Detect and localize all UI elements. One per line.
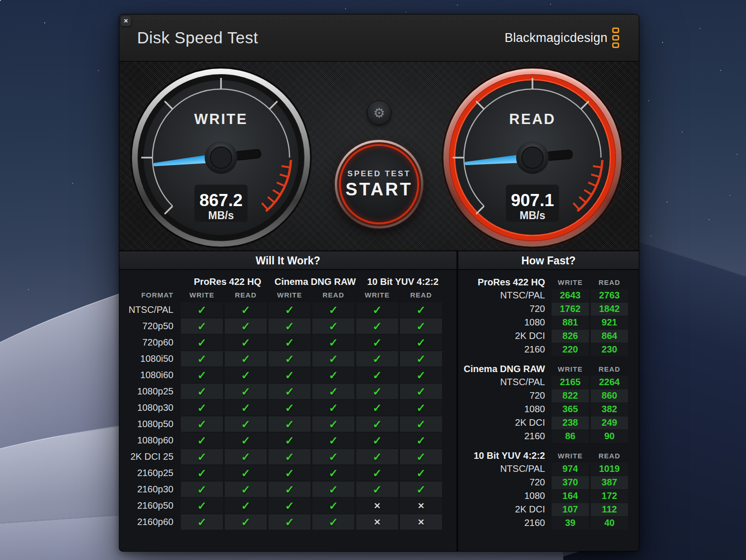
- start-button-subtitle: SPEED TEST: [347, 169, 411, 179]
- how-fast-section: ProRes 422 HQWRITEREADNTSC/PAL2643276372…: [460, 276, 639, 356]
- format-label: 1080: [460, 317, 551, 328]
- gauge-read-unit: MB/s: [520, 209, 546, 221]
- format-label: 1080i50: [123, 353, 180, 364]
- will-it-work-panel: Will It Work? ProRes 422 HQ Cinema DNG R…: [119, 251, 456, 552]
- check-icon: ✓: [416, 434, 426, 447]
- check-icon: ✓: [197, 401, 207, 415]
- start-button[interactable]: SPEED TEST START: [335, 140, 423, 228]
- speed-row: 1080164172: [460, 489, 639, 503]
- result-cell: ✓: [356, 367, 398, 383]
- format-label: 2160: [460, 344, 551, 355]
- check-icon: ✓: [416, 418, 426, 431]
- format-label: 720p60: [123, 337, 180, 348]
- check-icon: ✓: [373, 320, 382, 333]
- speed-row: 2K DCI826864: [460, 329, 639, 343]
- read-speed-value: 2264: [591, 376, 628, 389]
- result-cell: ✓: [312, 482, 354, 497]
- write-speed-value: 238: [552, 416, 589, 429]
- check-icon: ✓: [329, 320, 338, 333]
- app-title: Disk Speed Test: [137, 28, 258, 47]
- format-row: 1080p50✓✓✓✓✓✓: [119, 416, 456, 432]
- format-label: 720p50: [123, 321, 180, 332]
- check-icon: ✓: [241, 401, 250, 415]
- result-cell: ✓: [269, 351, 311, 366]
- check-icon: ✓: [416, 304, 426, 317]
- how-fast-section: 10 Bit YUV 4:2:2WRITEREADNTSC/PAL9741019…: [460, 449, 639, 530]
- check-icon: ✓: [241, 450, 250, 463]
- check-icon: ✓: [373, 353, 382, 366]
- result-cell: ✓: [356, 335, 398, 350]
- format-row: 2160p60✓✓✓✓✕✕: [119, 514, 456, 530]
- gauge-write-label: WRITE: [194, 111, 248, 127]
- result-cell: ✓: [181, 302, 223, 318]
- result-cell: ✓: [400, 318, 442, 334]
- check-icon: ✓: [373, 369, 382, 382]
- check-icon: ✓: [285, 369, 294, 382]
- check-icon: ✓: [329, 369, 338, 382]
- result-cell: ✓: [269, 465, 311, 481]
- gauge-write-unit: MB/s: [208, 209, 234, 221]
- write-speed-value: 2643: [552, 289, 589, 302]
- write-speed-value: 220: [552, 343, 589, 356]
- codec-header: 10 Bit YUV 4:2:2: [460, 450, 551, 461]
- format-label: NTSC/PAL: [460, 377, 551, 387]
- blackmagic-logo-icon: [612, 28, 619, 48]
- result-cell: ✓: [225, 482, 267, 497]
- check-icon: ✓: [329, 418, 338, 431]
- result-cell: ✓: [356, 433, 398, 448]
- check-icon: ✓: [285, 353, 294, 366]
- check-icon: ✓: [329, 401, 338, 415]
- settings-button[interactable]: ⚙: [367, 101, 391, 125]
- read-gauge: READ 907.1 MB/s: [442, 67, 623, 249]
- disk-speed-test-window: ✕ Disk Speed Test Blackmagicdesign: [119, 14, 639, 552]
- write-speed-value: 370: [552, 476, 589, 489]
- check-icon: ✓: [329, 434, 338, 447]
- speed-row: 72017621842: [460, 302, 639, 316]
- check-icon: ✓: [373, 304, 382, 317]
- result-cell: ✓: [181, 433, 223, 448]
- result-cell: ✓: [400, 416, 442, 432]
- format-label: 1080i60: [123, 370, 180, 380]
- check-icon: ✓: [329, 304, 338, 317]
- result-cell: ✕: [400, 498, 442, 513]
- check-icon: ✓: [329, 353, 338, 366]
- result-cell: ✓: [356, 482, 398, 497]
- read-speed-value: 387: [591, 476, 628, 489]
- result-cell: ✓: [181, 351, 223, 366]
- check-icon: ✓: [373, 401, 382, 415]
- check-icon: ✓: [241, 467, 250, 480]
- check-icon: ✓: [197, 418, 207, 431]
- start-button-title: START: [345, 180, 413, 200]
- result-cell: ✓: [356, 416, 398, 432]
- check-icon: ✓: [373, 450, 382, 463]
- format-label: 2160p50: [123, 500, 180, 511]
- how-fast-section: Cinema DNG RAWWRITEREADNTSC/PAL216522647…: [460, 362, 639, 443]
- will-it-work-title: Will It Work?: [119, 251, 456, 270]
- close-button[interactable]: ✕: [121, 16, 131, 26]
- result-cell: ✓: [269, 302, 311, 318]
- result-cell: ✓: [181, 367, 223, 383]
- result-cell: ✓: [400, 465, 442, 481]
- check-icon: ✓: [241, 483, 250, 496]
- check-icon: ✓: [373, 434, 382, 447]
- speed-row: NTSC/PAL9741019: [460, 462, 639, 476]
- will-it-work-column-headers: FORMAT WRITE READ WRITE READ WRITE READ: [119, 287, 456, 302]
- check-icon: ✓: [416, 353, 426, 366]
- result-cell: ✓: [400, 482, 442, 497]
- format-row: 2160p30✓✓✓✓✓✓: [119, 481, 456, 498]
- check-icon: ✓: [416, 450, 426, 463]
- cross-icon: ✕: [417, 517, 424, 527]
- write-speed-value: 974: [552, 463, 589, 476]
- check-icon: ✓: [197, 336, 207, 349]
- how-fast-title: How Fast?: [458, 251, 639, 270]
- result-cell: ✓: [400, 367, 442, 383]
- format-row: 1080i60✓✓✓✓✓✓: [119, 367, 456, 383]
- result-cell: ✓: [225, 498, 267, 513]
- result-cell: ✓: [225, 384, 267, 399]
- speed-row: 2K DCI238249: [460, 416, 639, 429]
- check-icon: ✓: [416, 401, 426, 415]
- read-speed-value: 90: [591, 430, 628, 443]
- check-icon: ✓: [285, 320, 294, 333]
- format-label: 1080p30: [123, 402, 180, 413]
- check-icon: ✓: [285, 499, 294, 512]
